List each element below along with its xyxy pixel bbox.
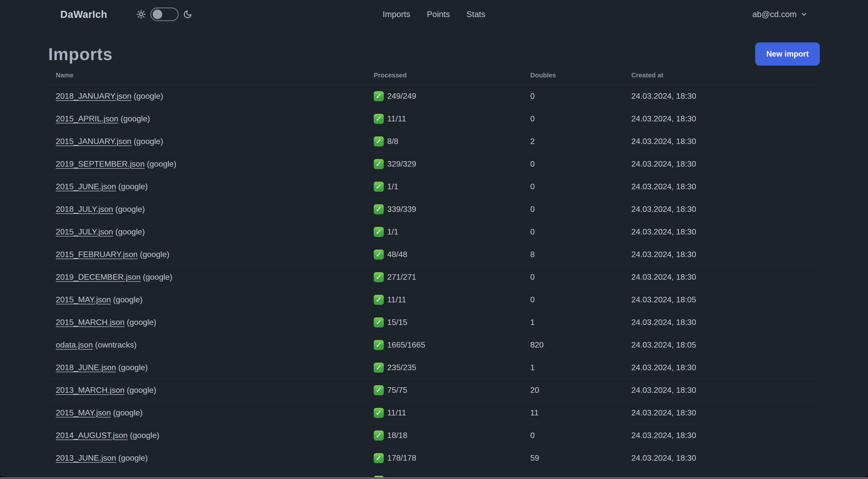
page-title: Imports xyxy=(48,44,113,64)
name-cell: 2019_SEPTEMBER.json (google) xyxy=(48,159,366,169)
processed-cell: ✓ 1/1 xyxy=(366,227,523,237)
nav-item-points[interactable]: Points xyxy=(427,9,450,19)
table-row: odata.json (owntracks) ✓ 1665/1665 820 2… xyxy=(48,334,820,356)
doubles-count: 0 xyxy=(523,295,624,304)
name-cell: 2015_MAY.json (google) xyxy=(48,408,366,417)
table-row: 2015_JULY.json (google) ✓ 1/1 0 24.03.20… xyxy=(48,221,820,243)
import-name-link[interactable]: 2015_JUNE.json xyxy=(56,182,116,191)
import-name-link[interactable]: 2013_JUNE.json xyxy=(56,453,116,462)
processed-count: 18/18 xyxy=(387,431,407,440)
chevron-down-icon xyxy=(800,10,808,18)
doubles-count: 0 xyxy=(523,272,624,282)
processed-cell: ✓ 11/11 xyxy=(366,408,523,418)
imports-table-body: 2018_JANUARY.json (google) ✓ 249/249 0 2… xyxy=(48,85,820,470)
app-window: DaWarIch xyxy=(0,0,868,477)
doubles-count: 0 xyxy=(523,182,624,191)
success-check-icon: ✓ xyxy=(374,363,384,373)
processed-cell: ✓ 48/48 xyxy=(366,249,523,260)
success-check-icon: ✓ xyxy=(374,137,384,147)
theme-toggle[interactable] xyxy=(150,7,179,21)
doubles-count: 0 xyxy=(523,91,624,101)
processed-count: 11/11 xyxy=(387,114,406,123)
theme-toggle-knob xyxy=(153,9,162,19)
import-name-link[interactable]: odata.json xyxy=(56,340,93,349)
doubles-count: 1 xyxy=(523,318,624,327)
created-at: 24.03.2024, 18:30 xyxy=(624,91,820,101)
created-at: 24.03.2024, 18:30 xyxy=(624,227,820,237)
success-check-icon: ✓ xyxy=(374,318,384,327)
table-row: 2013_JUNE.json (google) ✓ 178/178 59 24.… xyxy=(48,447,820,470)
import-source: (owntracks) xyxy=(93,340,136,349)
created-at: 24.03.2024, 18:30 xyxy=(624,137,820,146)
name-cell: 2013_MARCH.json (google) xyxy=(48,386,366,395)
success-check-icon: ✓ xyxy=(374,430,384,441)
import-name-link[interactable]: 2019_SEPTEMBER.json xyxy=(56,159,145,169)
import-name-link[interactable]: 2015_MAY.json xyxy=(56,295,111,304)
import-name-link[interactable]: 2015_JULY.json xyxy=(56,227,113,236)
success-check-icon: ✓ xyxy=(374,295,384,305)
processed-cell: ✓ 329/329 xyxy=(366,159,523,169)
success-check-icon: ✓ xyxy=(374,272,384,282)
doubles-count: 2 xyxy=(523,137,624,146)
import-name-link[interactable]: 2015_JANUARY.json xyxy=(56,137,131,146)
import-name-link[interactable]: 2015_APRIL.json xyxy=(56,114,118,123)
processed-count: 1665/1665 xyxy=(387,340,425,350)
processed-cell: ✓ 249/249 xyxy=(366,91,523,101)
import-name-link[interactable]: 2019_DECEMBER.json xyxy=(56,272,141,281)
table-row: 2015_MAY.json (google) ✓ 11/11 11 24.03.… xyxy=(48,401,820,424)
name-cell: 2015_FEBRUARY.json (google) xyxy=(48,250,366,259)
new-import-button[interactable]: New import xyxy=(755,42,820,66)
doubles-count: 8 xyxy=(523,250,624,259)
nav-item-stats[interactable]: Stats xyxy=(466,9,485,19)
processed-cell: ✓ 15/15 xyxy=(366,318,523,327)
import-name-link[interactable]: 2015_MARCH.json xyxy=(56,318,125,327)
processed-cell: ✓ 178/178 xyxy=(366,453,523,463)
success-check-icon: ✓ xyxy=(374,114,384,124)
import-name-link[interactable]: 2018_JUNE.json xyxy=(56,363,116,372)
processed-count: 235/235 xyxy=(387,363,416,372)
processed-count: 178/178 xyxy=(387,453,416,463)
processed-count: 1/1 xyxy=(387,227,398,237)
import-name-link[interactable]: 2018_JULY.json xyxy=(56,205,113,214)
import-name-link[interactable]: 2015_FEBRUARY.json xyxy=(56,250,137,259)
name-cell: 2018_JANUARY.json (google) xyxy=(48,91,366,101)
import-name-link[interactable]: 2015_MAY.json xyxy=(56,408,111,417)
app-logo[interactable]: DaWarIch xyxy=(60,9,107,20)
processed-cell: ✓ 1/1 xyxy=(366,182,523,192)
import-source: (google) xyxy=(145,159,176,169)
import-name-link[interactable]: 2013_MARCH.json xyxy=(56,386,125,394)
import-name-link[interactable]: 2014_AUGUST.json xyxy=(56,431,128,440)
processed-count: 8/8 xyxy=(387,137,398,146)
processed-cell: ✓ 271/271 xyxy=(366,272,523,282)
main-content: Imports New import Name Processed Double… xyxy=(0,42,868,477)
table-row: 2018_JANUARY.json (google) ✓ 249/249 0 2… xyxy=(48,85,820,108)
import-source: (google) xyxy=(113,227,145,236)
import-source: (google) xyxy=(125,318,156,327)
created-at: 24.03.2024, 18:30 xyxy=(624,114,820,123)
processed-cell: ✓ 1665/1665 xyxy=(366,340,523,350)
table-row: 2019_SEPTEMBER.json (google) ✓ 329/329 0… xyxy=(48,153,820,175)
import-source: (google) xyxy=(111,295,143,304)
imports-table: Name Processed Doubles Created at 2018_J… xyxy=(48,66,820,477)
import-source: (google) xyxy=(131,91,163,100)
doubles-count: 0 xyxy=(523,159,624,169)
user-menu[interactable]: ab@cd.com xyxy=(752,9,808,19)
table-row: 2015_APRIL.json (google) ✓ 11/11 0 24.03… xyxy=(48,108,820,130)
import-source: (google) xyxy=(111,408,143,417)
table-header-row: Name Processed Doubles Created at xyxy=(48,66,820,85)
nav-item-imports[interactable]: Imports xyxy=(383,9,410,19)
import-source: (google) xyxy=(116,182,148,191)
main-nav: Imports Points Stats xyxy=(383,9,486,19)
processed-count: 15/15 xyxy=(387,318,407,327)
created-at: 24.03.2024, 18:30 xyxy=(624,205,820,214)
processed-count: 48/48 xyxy=(387,250,407,259)
name-cell: 2015_JULY.json (google) xyxy=(48,227,366,237)
success-check-icon: ✓ xyxy=(374,204,384,214)
processed-count: 329/329 xyxy=(387,159,416,169)
doubles-count: 11 xyxy=(523,408,624,417)
table-row: 2018_JUNE.json (google) ✓ 235/235 1 24.0… xyxy=(48,356,820,379)
import-name-link[interactable]: 2018_JANUARY.json xyxy=(56,91,131,100)
column-header-created-at: Created at xyxy=(624,71,820,79)
created-at: 24.03.2024, 18:30 xyxy=(624,159,820,169)
table-row: 2015_FEBRUARY.json (google) ✓ 48/48 8 24… xyxy=(48,243,820,266)
